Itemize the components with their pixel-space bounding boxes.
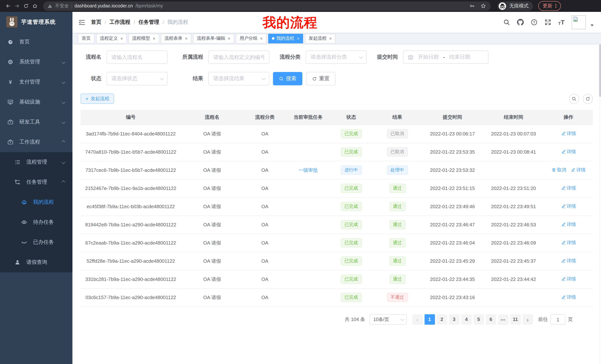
detail-action[interactable]: 详情 (561, 258, 576, 264)
detail-action[interactable]: 详情 (561, 221, 576, 228)
breadcrumb-item[interactable]: 任务管理 (139, 19, 159, 26)
font-size-icon[interactable]: TT (558, 19, 565, 25)
detail-action[interactable]: 详情 (561, 240, 576, 246)
sidebar-item-system[interactable]: 系统管理 (0, 52, 72, 72)
date-start-placeholder[interactable]: 开始日期 (418, 54, 439, 60)
tab-close-icon[interactable]: × (297, 36, 299, 41)
sidebar-item-infra[interactable]: 基础设施 (0, 92, 72, 112)
detail-action[interactable]: 详情 (571, 167, 586, 173)
sidebar-item-devtool[interactable]: 研发工具 (0, 112, 72, 132)
page-button[interactable]: 4 (461, 314, 471, 325)
tab-process-model[interactable]: 流程模型× (129, 34, 159, 43)
process-name-input[interactable] (107, 50, 168, 64)
address-bar[interactable]: 不安全 dashboard.yudao.iocoder.cn /bpm/task… (43, 1, 491, 10)
security-label[interactable]: 不安全 (55, 3, 69, 9)
sidebar-item-done-task[interactable]: 已办任务 (0, 232, 72, 252)
hamburger-icon[interactable] (78, 19, 85, 26)
sidebar-item-payment[interactable]: ¥支付管理 (0, 72, 72, 92)
browser-menu-icon[interactable] (555, 3, 556, 9)
scrollbar[interactable] (599, 12, 601, 364)
fullscreen-icon[interactable] (545, 19, 551, 26)
toggle-search-button[interactable] (569, 94, 579, 104)
sidebar-item-my-process[interactable]: 我的流程 (0, 192, 72, 212)
status-badge: 已完成 (341, 293, 362, 302)
breadcrumb-item[interactable]: 首页 (91, 19, 101, 26)
sidebar-item-process-mgmt[interactable]: 流程管理 (0, 152, 72, 172)
detail-action[interactable]: 详情 (561, 185, 576, 192)
cancel-action[interactable]: 取消 (551, 167, 566, 173)
tab-close-icon[interactable]: × (153, 36, 155, 41)
reset-button[interactable]: 重置 (306, 72, 335, 85)
detail-action[interactable]: 详情 (561, 276, 576, 282)
avatar-dropdown-caret[interactable] (591, 24, 594, 26)
next-page-button[interactable]: › (522, 315, 533, 325)
result-badge: 已取消 (387, 147, 408, 157)
back-icon[interactable] (4, 2, 12, 10)
column-header: 当前审批任务 (286, 110, 330, 125)
process-def-input[interactable] (208, 50, 269, 64)
help-icon[interactable]: ? (531, 19, 538, 26)
create-process-button[interactable]: +发起流程 (80, 94, 114, 104)
tags-bar: 首页流程定义×流程模型×流程表单×流程表单-编辑×用户分组×我的流程×发起流程× (72, 33, 601, 45)
tab-home[interactable]: 首页 (78, 34, 94, 43)
update-button[interactable]: 更新 (538, 1, 561, 11)
page-content: 流程名 所属流程 流程分类 请选择流程分类 提交时间 开始日期 - 结束日期 (72, 50, 601, 325)
status-badge: 已完成 (341, 147, 362, 157)
goto-page-input[interactable] (551, 315, 565, 325)
page-button[interactable]: 1 (424, 314, 435, 325)
sidebar-item-leave-query[interactable]: 请假查询 (0, 252, 72, 272)
tab-close-icon[interactable]: × (329, 36, 332, 41)
page-button[interactable]: 11 (510, 314, 521, 325)
tab-close-icon[interactable]: × (260, 36, 263, 41)
sidebar-item-home[interactable]: 首页 (0, 32, 72, 52)
tab-process-form[interactable]: 流程表单× (161, 34, 191, 43)
cell-status: 已完成 (330, 179, 372, 197)
page-button[interactable]: 6 (486, 314, 496, 325)
search-icon[interactable] (503, 19, 510, 26)
tab-process-form-edit[interactable]: 流程表单-编辑× (193, 34, 234, 43)
detail-action[interactable]: 详情 (561, 149, 576, 155)
sidebar-item-task-mgmt[interactable]: 任务管理 (0, 172, 72, 192)
logo-row[interactable]: 芋道管理系统 (0, 12, 72, 32)
detail-action[interactable]: 详情 (561, 203, 576, 210)
tab-close-icon[interactable]: × (185, 36, 188, 41)
detail-action[interactable]: 详情 (561, 131, 576, 137)
user-icon (14, 259, 20, 265)
tab-process-def[interactable]: 流程定义× (96, 34, 127, 43)
avatar[interactable] (572, 15, 586, 29)
tab-close-icon[interactable]: × (228, 36, 230, 41)
tab-user-group[interactable]: 用户分组× (236, 34, 266, 43)
date-range-picker[interactable]: 开始日期 - 结束日期 (403, 50, 489, 64)
current-task-link[interactable]: 一级审批 (299, 167, 318, 173)
refresh-button[interactable] (583, 94, 593, 104)
search-button[interactable]: 搜索 (273, 72, 302, 85)
page-button[interactable]: 2 (437, 314, 447, 325)
sidebar-item-workflow[interactable]: 工作流程 (0, 132, 72, 152)
result-select[interactable]: 请选择流结果 (208, 72, 269, 85)
security-warning-icon[interactable] (48, 3, 52, 8)
sidebar-item-todo-task[interactable]: 待办任务 (0, 212, 72, 232)
tab-close-icon[interactable]: × (120, 36, 123, 41)
page-more-button[interactable]: ••• (498, 315, 508, 325)
page-size-select[interactable]: 10条/页 (370, 315, 407, 325)
status-select[interactable]: 请选择状态 (107, 72, 168, 85)
tab-start-process[interactable]: 发起流程× (305, 34, 335, 43)
breadcrumb-item[interactable]: 工作流程 (110, 19, 130, 26)
date-end-placeholder[interactable]: 结束日期 (449, 54, 470, 60)
detail-action[interactable]: 详情 (561, 294, 576, 301)
page-button[interactable]: 5 (473, 314, 484, 325)
forward-icon[interactable] (13, 2, 21, 10)
sidebar-item-label: 工作流程 (19, 139, 40, 145)
github-icon[interactable] (517, 19, 524, 26)
cell-id: 7470a810-7b9b-11ec-b5b7-acde48001122 (80, 143, 181, 161)
bookmark-star-icon[interactable] (480, 3, 486, 9)
cell-category: OA (243, 216, 286, 234)
category-select[interactable]: 请选择流程分类 (306, 50, 367, 64)
prev-page-button[interactable]: ‹ (412, 315, 422, 325)
key-icon[interactable] (469, 3, 475, 9)
page-button[interactable]: 3 (449, 314, 459, 325)
home-icon[interactable] (31, 2, 39, 10)
tab-my-process[interactable]: 我的流程× (268, 34, 303, 43)
reload-icon[interactable] (22, 2, 30, 10)
cell-submit-time: 2022-01-22 23:44:35 (422, 270, 483, 288)
